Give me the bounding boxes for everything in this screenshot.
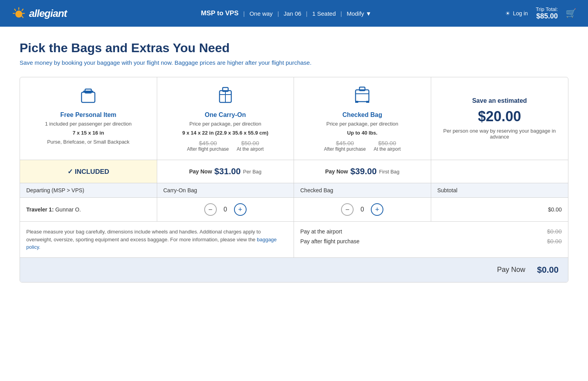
checked-price-after: $45.00 bbox=[324, 140, 366, 146]
checked-bag-dims: Up to 40 lbs. bbox=[300, 130, 425, 136]
subtotal-cell: $0.00 bbox=[431, 198, 568, 221]
save-desc: Per person one way by reserving your bag… bbox=[437, 128, 562, 140]
info-prices-cell: Pay at the airport $0.00 Pay after fligh… bbox=[294, 222, 568, 257]
carry-on-label-after: After flight purchase bbox=[187, 146, 229, 152]
logo: allegiant bbox=[12, 6, 67, 20]
subheader-col1: Departing (MSP > VPS) bbox=[20, 183, 157, 197]
traveler-name-cell: Traveler 1: Gunnar O. bbox=[20, 198, 157, 221]
pay-airport-amount: $0.00 bbox=[547, 228, 562, 235]
header-right: ☀ Log in Trip Total: $85.00 🛒 bbox=[505, 6, 576, 20]
save-amount: $20.00 bbox=[478, 108, 521, 125]
carry-on-prices: $45.00 After flight purchase $50.00 At t… bbox=[163, 140, 288, 152]
pay-airport-line: Pay at the airport $0.00 bbox=[300, 228, 562, 235]
checked-decrement-button[interactable]: − bbox=[341, 203, 354, 216]
carry-on-stepper-cell: − 0 + bbox=[157, 198, 294, 221]
seated-count: 1 Seated bbox=[312, 10, 336, 17]
save-title: Save an estimated bbox=[472, 97, 527, 104]
route-text: MSP to VPS bbox=[201, 9, 238, 17]
svg-line-5 bbox=[22, 16, 23, 18]
carry-on-pay-now-label: Pay Now bbox=[189, 168, 212, 175]
checked-quantity: 0 bbox=[358, 206, 366, 213]
checked-label-after: After flight purchase bbox=[324, 146, 366, 152]
carry-on-icon bbox=[163, 85, 288, 108]
checked-price-airport: $50.00 bbox=[374, 140, 401, 146]
info-note-text: Please measure your bag carefully, dimen… bbox=[26, 229, 261, 242]
modify-button[interactable]: Modify ▼ bbox=[347, 10, 371, 17]
trip-total-label: Trip Total: bbox=[536, 6, 558, 12]
header-nav: MSP to VPS | One way | Jan 06 | 1 Seated… bbox=[67, 9, 505, 17]
table-subheader: Departing (MSP > VPS) Carry-On Bag Check… bbox=[20, 183, 568, 198]
personal-item-col: Free Personal Item 1 included per passen… bbox=[20, 77, 157, 160]
traveler-label: Traveler 1: bbox=[26, 206, 54, 213]
checked-stepper: − 0 + bbox=[341, 203, 383, 216]
checked-bag-icon bbox=[300, 85, 425, 108]
checked-pay-now-label: Pay Now bbox=[325, 168, 348, 175]
checked-pay-now-sublabel: First Bag bbox=[379, 169, 399, 175]
pay-after-label: Pay after flight purchase bbox=[300, 238, 359, 244]
total-row: Pay Now $0.00 bbox=[20, 258, 568, 282]
carry-on-pay-now-col: Pay Now $31.00 Per Bag bbox=[157, 160, 294, 183]
carry-on-price-airport: $50.00 bbox=[237, 140, 264, 146]
checked-bag-title: Checked Bag bbox=[300, 111, 425, 118]
trip-total-amount: $85.00 bbox=[536, 12, 558, 20]
carry-on-quantity: 0 bbox=[221, 206, 229, 213]
personal-item-dims: 7 x 15 x 16 in bbox=[26, 130, 151, 136]
svg-line-2 bbox=[22, 9, 23, 11]
carry-on-col: One Carry-On Price per package, per dire… bbox=[157, 77, 294, 160]
info-row: Please measure your bag carefully, dimen… bbox=[20, 222, 568, 258]
checked-pay-now-col: Pay Now $39.00 First Bag bbox=[294, 160, 431, 183]
carry-on-decrement-button[interactable]: − bbox=[204, 203, 217, 216]
subheader-col4: Subtotal bbox=[431, 183, 568, 197]
svg-rect-17 bbox=[366, 101, 369, 103]
user-icon: ☀ bbox=[505, 10, 510, 16]
logo-sun-icon bbox=[12, 6, 26, 20]
carry-on-subtitle: Price per package, per direction bbox=[163, 121, 288, 127]
empty-col bbox=[431, 160, 568, 183]
svg-rect-14 bbox=[356, 90, 369, 102]
cart-icon[interactable]: 🛒 bbox=[566, 8, 576, 18]
bag-header-row: Free Personal Item 1 included per passen… bbox=[20, 77, 568, 160]
info-note-cell: Please measure your bag carefully, dimen… bbox=[20, 222, 294, 257]
baggage-table: Free Personal Item 1 included per passen… bbox=[20, 77, 568, 283]
pay-airport-label: Pay at the airport bbox=[300, 228, 342, 235]
trip-date: Jan 06 bbox=[284, 10, 301, 17]
login-button[interactable]: ☀ Log in bbox=[505, 10, 528, 16]
checked-bag-col: Checked Bag Price per package, per direc… bbox=[294, 77, 431, 160]
carry-on-dims: 9 x 14 x 22 in (22.9 x 35.6 x 55.9 cm) bbox=[163, 130, 288, 136]
trip-type: One way bbox=[249, 10, 272, 17]
carry-on-stepper: − 0 + bbox=[204, 203, 247, 216]
page-subtitle: Save money by booking your baggage with … bbox=[20, 59, 568, 66]
header: allegiant MSP to VPS | One way | Jan 06 … bbox=[0, 0, 588, 27]
svg-rect-7 bbox=[82, 92, 95, 102]
carry-on-increment-button[interactable]: + bbox=[234, 203, 247, 216]
svg-line-6 bbox=[15, 9, 16, 11]
traveler-name: Gunnar O. bbox=[55, 206, 81, 213]
svg-rect-16 bbox=[355, 101, 358, 103]
chevron-down-icon: ▼ bbox=[366, 10, 372, 17]
included-col: ✓ INCLUDED bbox=[20, 160, 157, 183]
svg-point-0 bbox=[15, 11, 22, 18]
checked-increment-button[interactable]: + bbox=[371, 203, 383, 216]
carry-on-pay-now-sublabel: Per Bag bbox=[243, 169, 261, 175]
main-content: Pick the Bags and Extras You Need Save m… bbox=[0, 27, 588, 381]
save-col: Save an estimated $20.00 Per person one … bbox=[431, 77, 568, 160]
pay-after-line: Pay after flight purchase $0.00 bbox=[300, 238, 562, 244]
personal-item-icon bbox=[26, 85, 151, 108]
subheader-col3: Checked Bag bbox=[294, 183, 431, 197]
personal-item-desc: Purse, Briefcase, or Small Backpack bbox=[26, 139, 151, 145]
checked-bag-prices: $45.00 After flight purchase $50.00 At t… bbox=[300, 140, 425, 152]
checked-bag-subtitle: Price per package, per direction bbox=[300, 121, 425, 127]
subheader-col2: Carry-On Bag bbox=[157, 183, 294, 197]
personal-item-title: Free Personal Item bbox=[26, 111, 151, 118]
pay-after-amount: $0.00 bbox=[547, 238, 562, 244]
carry-on-title: One Carry-On bbox=[163, 111, 288, 118]
checked-stepper-cell: − 0 + bbox=[294, 198, 431, 221]
row-subtotal: $0.00 bbox=[548, 206, 562, 213]
trip-total: Trip Total: $85.00 bbox=[536, 6, 558, 20]
carry-on-pay-now-price: $31.00 bbox=[214, 166, 241, 177]
total-amount: $0.00 bbox=[537, 265, 559, 275]
carry-on-price-after: $45.00 bbox=[187, 140, 229, 146]
page-title: Pick the Bags and Extras You Need bbox=[20, 41, 568, 55]
logo-text: allegiant bbox=[29, 7, 67, 20]
table-row: Traveler 1: Gunnar O. − 0 + − 0 + $0.00 bbox=[20, 198, 568, 222]
